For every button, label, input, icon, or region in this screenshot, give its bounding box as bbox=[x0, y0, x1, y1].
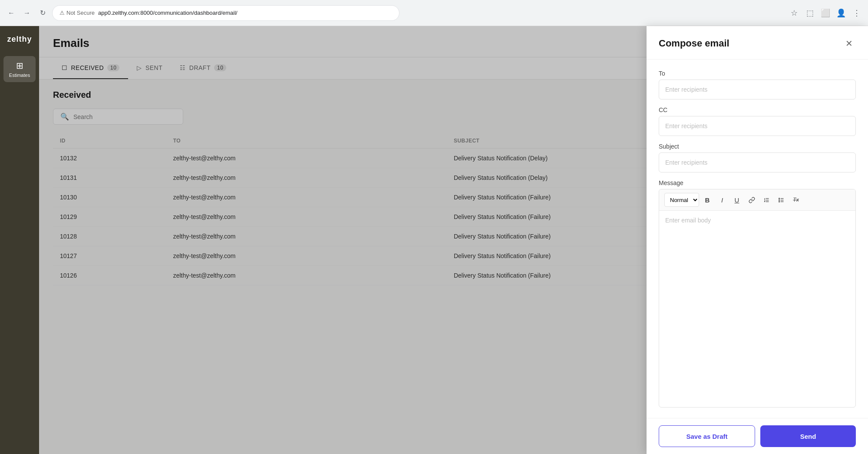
compose-title: Compose email bbox=[659, 38, 729, 49]
italic-button[interactable]: I bbox=[716, 193, 729, 206]
cc-label: CC bbox=[659, 106, 856, 113]
sidebar: zelthy ⊞ Estimates bbox=[0, 26, 39, 454]
close-icon: ✕ bbox=[845, 38, 853, 49]
app-container: zelthy ⊞ Estimates Emails ☐ RECEIVED 10 … bbox=[0, 26, 868, 454]
svg-point-6 bbox=[779, 198, 779, 199]
svg-point-8 bbox=[779, 201, 779, 202]
app-logo: zelthy bbox=[7, 35, 32, 44]
editor-body[interactable]: Enter email body bbox=[659, 211, 855, 289]
not-secure-label: Not Secure bbox=[66, 10, 95, 16]
format-select[interactable]: Normal bbox=[664, 193, 699, 207]
compose-header: Compose email ✕ bbox=[647, 26, 868, 60]
forward-button[interactable]: → bbox=[21, 7, 33, 19]
save-draft-button[interactable]: Save as Draft bbox=[659, 425, 755, 447]
browser-chrome: ← → ↻ ⚠ Not Secure app0.zelthy.com:8000/… bbox=[0, 0, 868, 26]
bookmark-button[interactable]: ☆ bbox=[788, 7, 800, 19]
unordered-list-button[interactable] bbox=[775, 193, 788, 206]
editor-toolbar: Normal B I U Tx bbox=[659, 189, 855, 211]
to-field: To bbox=[659, 70, 856, 99]
compose-body: To CC Subject Message Normal B bbox=[647, 60, 868, 418]
ordered-list-button[interactable] bbox=[760, 193, 773, 206]
address-bar: ⚠ Not Secure app0.zelthy.com:8000/commun… bbox=[52, 5, 399, 21]
message-label: Message bbox=[659, 179, 856, 186]
underline-button[interactable]: U bbox=[730, 193, 743, 206]
link-button[interactable] bbox=[745, 193, 758, 206]
compose-footer: Save as Draft Send bbox=[647, 418, 868, 454]
subject-input[interactable] bbox=[659, 152, 856, 172]
clear-format-button[interactable]: Tx bbox=[789, 193, 802, 206]
subject-field: Subject bbox=[659, 143, 856, 172]
url-text[interactable]: app0.zelthy.com:8000/communication/dashb… bbox=[98, 10, 238, 16]
sidebar-item-estimates[interactable]: ⊞ Estimates bbox=[3, 56, 36, 82]
to-input[interactable] bbox=[659, 80, 856, 99]
to-label: To bbox=[659, 70, 856, 77]
browser-actions: ☆ ⬚ ⬜ 👤 ⋮ bbox=[788, 7, 863, 19]
cc-input[interactable] bbox=[659, 116, 856, 136]
profile-button[interactable]: 👤 bbox=[835, 7, 847, 19]
menu-button[interactable]: ⋮ bbox=[851, 7, 863, 19]
extensions-button[interactable]: ⬚ bbox=[804, 7, 816, 19]
message-field: Message Normal B I U bbox=[659, 179, 856, 408]
svg-point-7 bbox=[779, 199, 779, 200]
bold-button[interactable]: B bbox=[701, 193, 714, 206]
cc-field: CC bbox=[659, 106, 856, 136]
reload-button[interactable]: ↻ bbox=[36, 7, 49, 19]
send-button[interactable]: Send bbox=[760, 425, 856, 447]
back-button[interactable]: ← bbox=[5, 7, 17, 19]
editor-placeholder: Enter email body bbox=[665, 217, 711, 224]
not-secure-badge: ⚠ Not Secure bbox=[59, 10, 95, 16]
estimates-icon: ⊞ bbox=[16, 60, 23, 71]
compose-panel: Compose email ✕ To CC Subject Message bbox=[647, 26, 868, 454]
editor-container: Normal B I U Tx bbox=[659, 189, 856, 408]
sidebar-item-label: Estimates bbox=[9, 73, 30, 78]
warning-icon: ⚠ bbox=[59, 10, 65, 16]
close-button[interactable]: ✕ bbox=[842, 36, 856, 50]
split-button[interactable]: ⬜ bbox=[819, 7, 832, 19]
subject-label: Subject bbox=[659, 143, 856, 150]
